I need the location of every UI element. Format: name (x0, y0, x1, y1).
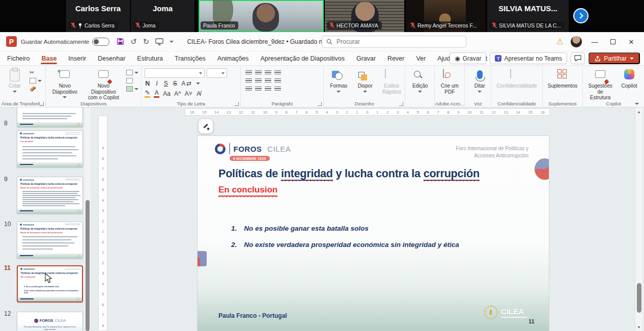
bullets-button[interactable] (245, 70, 252, 76)
bold-button[interactable]: N (145, 80, 150, 87)
paragraph-dialog-launcher[interactable] (318, 102, 322, 106)
account-avatar[interactable] (571, 36, 582, 47)
restore-button[interactable] (607, 38, 619, 46)
tab-desenhar[interactable]: Desenhar (97, 53, 126, 64)
arrange-button[interactable]: Dispor (353, 68, 377, 94)
slide-thumbnail-11-selected[interactable]: Políticas de integridad y lucha contra l… (17, 265, 83, 302)
columns-button[interactable] (265, 78, 271, 85)
align-left-button[interactable] (245, 86, 252, 93)
create-pdf-button[interactable]: Crie um PDF (438, 68, 461, 96)
font-color-button[interactable]: A (154, 89, 159, 98)
vertical-ruler[interactable]: 9876543210123456789 (98, 116, 107, 331)
slide-title[interactable]: Políticas de integridad y lucha contra l… (218, 168, 480, 180)
slide-list[interactable]: 1. No es posible ganar esta batalla solo… (231, 225, 459, 249)
scroll-up-icon[interactable]: ▲ (635, 109, 642, 115)
strikethrough-button[interactable]: S (172, 80, 178, 87)
shrink-font-button[interactable]: A˅ (185, 90, 192, 97)
font-dialog-launcher[interactable] (235, 102, 239, 106)
addins-button[interactable]: Suplementos (546, 68, 579, 91)
participant-tile-hector-amaya-video[interactable]: HECTOR AMAYA (325, 0, 404, 32)
scrollbar-thumb[interactable] (637, 283, 641, 313)
copilot-button[interactable]: Copilot (618, 68, 641, 91)
comments-button[interactable] (571, 52, 585, 64)
slide-layout-button[interactable] (126, 69, 138, 76)
designer-pen-button[interactable] (199, 119, 213, 133)
slide-thumbnail-12[interactable]: FOROS CILEA Para más información sobre l… (17, 312, 83, 331)
dictate-button[interactable]: Ditar (468, 68, 491, 94)
underline-button[interactable]: S (163, 80, 169, 87)
italic-button[interactable]: I (154, 80, 159, 87)
paste-button[interactable]: Colar (3, 68, 26, 94)
tab-gravar[interactable]: Gravar (356, 53, 376, 64)
shapes-button[interactable]: Formas (327, 68, 350, 94)
participant-tile-silvia-matus[interactable]: SILVIA MATUS... SILVIA MATUS DE LA C... (487, 0, 569, 32)
vertical-scrollbar[interactable]: ▲ ▼ (635, 107, 642, 331)
participant-tile-remy-video[interactable]: Remy Angel Terceros F... (406, 0, 486, 32)
text-highlight-button[interactable]: ✎ (145, 89, 150, 98)
clear-formatting-button[interactable]: A̸ (196, 90, 202, 97)
tab-rever[interactable]: Rever (387, 53, 405, 64)
font-name-combo[interactable] (145, 68, 205, 78)
participant-tile-carlos-serra[interactable]: Carlos Serra Carlos Serra (66, 0, 130, 32)
save-icon[interactable] (117, 38, 124, 45)
slide-thumbnail-8[interactable]: Políticas de integridad y lucha contra l… (17, 130, 83, 168)
tab-inserir[interactable]: Inserir (68, 53, 87, 64)
thumbnail-scrollbar[interactable] (85, 107, 91, 331)
scroll-down-icon[interactable]: ▼ (635, 324, 642, 330)
slide-canvas[interactable]: FOROS CILEA 9 DICIEMBRE 2025 Foro Intern… (198, 136, 549, 331)
section-button[interactable] (126, 86, 138, 92)
next-participants-button[interactable] (573, 8, 589, 23)
sort-button[interactable] (274, 70, 281, 76)
tab-transições[interactable]: Transições (174, 53, 206, 64)
copy-button[interactable] (30, 77, 42, 84)
tab-ver[interactable]: Ver (415, 53, 426, 64)
align-center-button[interactable] (255, 86, 262, 93)
slide-subtitle[interactable]: En conclusion (218, 185, 277, 197)
align-right-button[interactable] (265, 86, 271, 93)
tab-apresentação-de-diapositivos[interactable]: Apresentação de Diapositivos (260, 53, 345, 64)
tab-ficheiro[interactable]: Ficheiro (7, 53, 30, 64)
cut-button[interactable]: ✂ (30, 69, 42, 76)
redo-button[interactable]: ↻ (143, 38, 150, 45)
editing-button[interactable]: Edição (408, 68, 432, 94)
reset-slide-button[interactable] (126, 77, 138, 84)
tab-base[interactable]: Base (41, 53, 57, 64)
font-size-combo[interactable] (207, 68, 227, 78)
participant-tile-paula-franco-video[interactable]: Paula Franco (199, 0, 324, 32)
present-in-teams-button[interactable]: T Apresentar no Teams (490, 52, 567, 64)
qat-more-icon[interactable] (170, 41, 174, 43)
search-box[interactable] (322, 36, 466, 48)
clipboard-dialog-launcher[interactable] (40, 102, 44, 106)
autosave-toggle[interactable] (92, 38, 109, 46)
change-case-button[interactable]: Aa (163, 90, 171, 97)
new-slide-button[interactable]: + Novo Diapositivo (49, 68, 80, 100)
tab-animações[interactable]: Animações (217, 53, 249, 64)
quick-styles-button[interactable]: Estilos Rápidos (380, 68, 403, 96)
format-painter-button[interactable] (30, 86, 42, 92)
powerpoint-logo[interactable]: P (6, 36, 17, 47)
collapse-ribbon-icon[interactable] (635, 103, 639, 105)
warning-icon[interactable]: ⚠ (556, 38, 564, 46)
slide-footer-author[interactable]: Paula Franco - Portugal (218, 312, 287, 319)
thumbnail-scrollbar-thumb[interactable] (86, 200, 90, 331)
slide-thumbnail-10[interactable]: Políticas de integridad y lucha contra l… (17, 222, 83, 259)
minimize-button[interactable]: — (589, 38, 600, 46)
character-spacing-button[interactable]: A⇄ (181, 80, 192, 87)
tab-estrutura[interactable]: Estrutura (136, 53, 163, 64)
drawing-dialog-launcher[interactable] (399, 102, 403, 106)
grow-font-button[interactable]: A^ (174, 90, 181, 97)
slide-thumbnail-9[interactable]: Políticas de integridad y lucha contra l… (17, 177, 83, 214)
decrease-indent-button[interactable] (245, 78, 252, 85)
increase-indent-button[interactable] (255, 78, 262, 85)
undo-button[interactable]: ↺ (130, 38, 137, 45)
close-button[interactable]: ✕ (626, 38, 637, 46)
search-input[interactable] (335, 38, 462, 46)
justify-button[interactable] (274, 86, 281, 93)
numbering-button[interactable] (255, 70, 262, 76)
record-button[interactable]: ◉ Gravar (450, 52, 486, 64)
text-direction-button[interactable] (274, 78, 281, 85)
slide-thumbnail-7[interactable] (17, 107, 83, 127)
participant-tile-joma[interactable]: Joma Joma (131, 0, 194, 32)
design-ideas-button[interactable]: Sugestões de Estrutura (586, 68, 614, 102)
slideshow-icon[interactable] (155, 38, 163, 45)
